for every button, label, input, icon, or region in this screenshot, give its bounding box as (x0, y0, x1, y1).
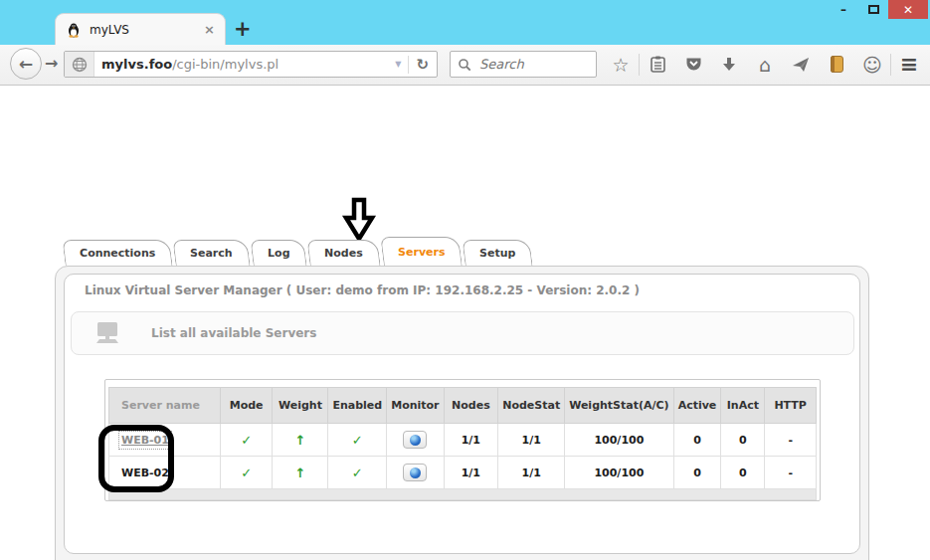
nodes-value: 1/1 (444, 457, 498, 489)
menu-hamburger-icon[interactable]: ≡ (891, 48, 927, 81)
col-mode: Mode (220, 388, 273, 424)
monitor-button[interactable] (403, 464, 427, 481)
server-link-web02[interactable]: WEB-02 (121, 467, 169, 479)
weightstat-value: 100/100 (565, 457, 673, 489)
servers-table-container: Server name Mode Weight Enabled Monitor … (104, 379, 821, 501)
maximize-button[interactable] (858, 0, 888, 19)
col-monitor: Monitor (387, 388, 444, 424)
share-plane-icon[interactable] (783, 48, 819, 81)
globe-icon (72, 57, 88, 73)
col-enabled: Enabled (328, 388, 387, 424)
book-icon[interactable] (819, 48, 854, 81)
url-dropdown-icon[interactable]: ▼ (391, 60, 405, 69)
book-glyph (831, 56, 843, 73)
tux-favicon (66, 22, 82, 38)
nodestat-value: 1/1 (498, 424, 565, 457)
page-title: Linux Virtual Server Manager ( User: dem… (85, 283, 640, 297)
search-bar[interactable] (450, 51, 597, 78)
tab-nodes[interactable]: Nodes (307, 240, 381, 266)
hello-smiley-icon[interactable]: ☺ (854, 48, 890, 81)
reading-list-icon[interactable] (640, 48, 675, 81)
toolbar-icons: ☆ ⌂ (603, 48, 927, 81)
maximize-icon (868, 5, 879, 14)
back-button[interactable]: ← (10, 48, 42, 80)
navigation-toolbar: ← → mylvs.foo/cgi-bin/mylvs.pl ▼ ↻ ☆ (0, 45, 930, 86)
url-path: /cgi-bin/mylvs.pl (172, 57, 279, 72)
table-row: WEB-02 ✓ ↑ ✓ 1/1 1/1 100/100 0 0 - (109, 457, 817, 489)
weightstat-value: 100/100 (565, 424, 673, 457)
nodestat-value: 1/1 (498, 457, 565, 489)
weight-up-icon: ↑ (295, 433, 306, 448)
tab-setup[interactable]: Setup (463, 240, 534, 266)
monitor-dot-icon (410, 467, 421, 478)
server-link-web01[interactable]: WEB-01 (121, 434, 169, 447)
mode-check-icon: ✓ (241, 466, 252, 480)
url-divider (408, 56, 409, 74)
active-value: 0 (673, 424, 721, 457)
search-icon (458, 58, 471, 72)
url-host: mylvs.foo (101, 57, 172, 72)
http-value: - (765, 424, 817, 457)
section-banner: List all available Servers (71, 311, 854, 355)
url-text[interactable]: mylvs.foo/cgi-bin/mylvs.pl (101, 57, 279, 72)
tab-connections[interactable]: Connections (62, 240, 172, 266)
weight-up-icon: ↑ (295, 466, 306, 480)
tab-title: myLVS (90, 23, 129, 37)
new-tab-button[interactable]: + (234, 17, 252, 41)
col-server-name: Server name (109, 388, 221, 424)
monitor-button[interactable] (403, 431, 427, 449)
home-icon[interactable]: ⌂ (747, 48, 783, 81)
nodes-value: 1/1 (444, 424, 498, 457)
forward-button[interactable]: → (45, 54, 58, 73)
search-input[interactable] (477, 56, 577, 73)
site-identity[interactable] (65, 52, 94, 77)
table-row: WEB-01 ✓ ↑ ✓ 1/1 1/1 100/100 0 0 - (109, 424, 817, 457)
downloads-icon[interactable] (711, 48, 747, 81)
col-weight: Weight (273, 388, 328, 424)
tab-log[interactable]: Log (250, 240, 307, 266)
browser-tab-mylvs[interactable]: myLVS × (55, 13, 226, 45)
page-tab-strip: Connections Search Log Nodes Servers Set… (64, 240, 535, 266)
url-bar[interactable]: mylvs.foo/cgi-bin/mylvs.pl ▼ ↻ (64, 51, 438, 78)
monitor-dot-icon (410, 435, 421, 446)
window-controls: – ✕ (829, 0, 928, 19)
active-value: 0 (673, 457, 721, 489)
close-window-button[interactable]: ✕ (888, 0, 928, 19)
inact-value: 0 (721, 457, 765, 489)
enabled-check-icon: ✓ (352, 466, 363, 480)
bookmark-star-icon[interactable]: ☆ (603, 48, 639, 81)
section-banner-label: List all available Servers (151, 326, 316, 340)
col-nodes: Nodes (444, 388, 498, 424)
col-active: Active (673, 388, 721, 424)
http-value: - (765, 457, 817, 489)
tab-search[interactable]: Search (173, 240, 251, 266)
browser-titlebar: myLVS × + – ✕ (0, 0, 930, 45)
mode-check-icon: ✓ (241, 433, 252, 448)
inact-value: 0 (721, 424, 765, 457)
table-footer-band (109, 489, 817, 500)
server-computer-icon (93, 321, 121, 345)
col-weightstat: WeightStat(A/C) (565, 388, 673, 424)
table-header-row: Server name Mode Weight Enabled Monitor … (109, 388, 817, 424)
col-inact: InAct (721, 388, 765, 424)
enabled-check-icon: ✓ (352, 433, 363, 448)
annotation-down-arrow (341, 197, 377, 243)
tab-servers[interactable]: Servers (380, 237, 463, 266)
page-content: Connections Search Log Nodes Servers Set… (0, 86, 930, 560)
pocket-icon[interactable] (675, 48, 711, 81)
reload-button[interactable]: ↻ (412, 56, 437, 74)
col-nodestat: NodeStat (498, 388, 565, 424)
tab-close-icon[interactable]: × (204, 22, 215, 37)
minimize-button[interactable]: – (829, 0, 858, 19)
servers-table: Server name Mode Weight Enabled Monitor … (108, 387, 817, 500)
col-http: HTTP (765, 388, 817, 424)
